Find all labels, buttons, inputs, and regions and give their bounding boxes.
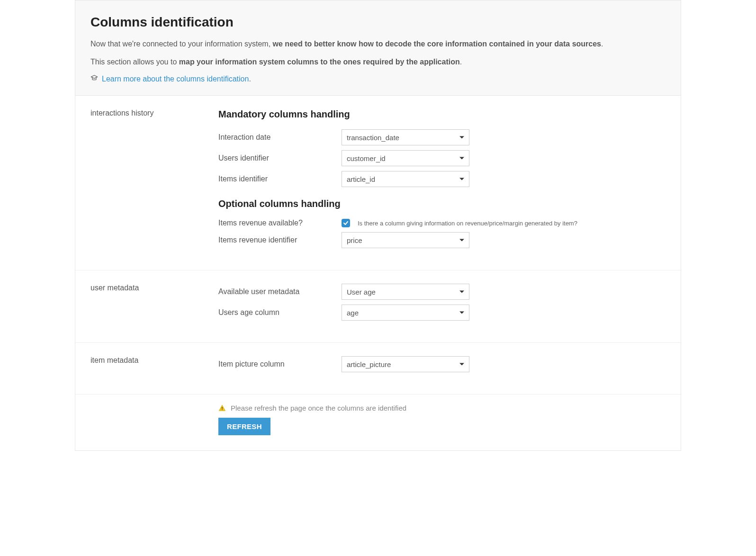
select-revenue-identifier[interactable]: price: [342, 232, 469, 248]
intro-paragraph-1: Now that we're connected to your informa…: [90, 38, 666, 50]
label-item-picture-column: Item picture column: [218, 360, 342, 368]
education-icon: [90, 74, 98, 84]
section-interactions-history: interactions history Mandatory columns h…: [75, 96, 681, 270]
label-users-age-column: Users age column: [218, 308, 342, 317]
section-label-item-metadata: item metadata: [90, 356, 218, 377]
intro-2-end: .: [460, 58, 462, 66]
chevron-down-icon: [459, 157, 464, 160]
checkbox-revenue-available[interactable]: [342, 219, 350, 227]
select-interaction-date[interactable]: transaction_date: [342, 129, 469, 145]
intro-1-bold: we need to better know how to decode the…: [273, 40, 601, 48]
refresh-button[interactable]: Refresh: [218, 418, 270, 435]
section-label-interactions: interactions history: [90, 109, 218, 253]
select-item-picture-column[interactable]: article_picture: [342, 356, 469, 372]
select-revenue-identifier-value: price: [347, 236, 362, 244]
row-users-age-column: Users age column age: [218, 305, 666, 321]
chevron-down-icon: [459, 312, 464, 314]
intro-1-end: .: [601, 40, 603, 48]
learn-more-end: .: [249, 75, 251, 83]
row-available-user-metadata: Available user metadata User age: [218, 284, 666, 300]
columns-identification-page: Columns identification Now that we're co…: [75, 0, 681, 451]
select-items-identifier-value: article_id: [347, 175, 375, 183]
select-available-user-metadata-value: User age: [347, 288, 376, 296]
label-interaction-date: Interaction date: [218, 133, 342, 142]
section-label-user-metadata: user metadata: [90, 284, 218, 325]
select-items-identifier[interactable]: article_id: [342, 171, 469, 187]
row-revenue-identifier: Items revenue identifier price: [218, 232, 666, 248]
chevron-down-icon: [459, 136, 464, 139]
chevron-down-icon: [459, 239, 464, 242]
row-interaction-date: Interaction date transaction_date: [218, 129, 666, 145]
select-users-identifier-value: customer_id: [347, 154, 386, 162]
mandatory-columns-heading: Mandatory columns handling: [218, 109, 666, 120]
select-item-picture-column-value: article_picture: [347, 360, 391, 368]
optional-columns-heading: Optional columns handling: [218, 198, 666, 209]
select-users-age-column[interactable]: age: [342, 305, 469, 321]
label-items-identifier: Items identifier: [218, 175, 342, 183]
label-users-identifier: Users identifier: [218, 154, 342, 162]
footer-section: Please refresh the page once the columns…: [75, 395, 681, 450]
learn-more-row: Learn more about the columns identificat…: [90, 74, 666, 84]
chevron-down-icon: [459, 363, 464, 366]
chevron-down-icon: [459, 178, 464, 180]
refresh-warning-text: Please refresh the page once the columns…: [231, 404, 406, 412]
label-revenue-available: Items revenue available?: [218, 219, 342, 227]
row-item-picture-column: Item picture column article_picture: [218, 356, 666, 372]
refresh-warning: Please refresh the page once the columns…: [218, 404, 666, 412]
warning-icon: [218, 404, 226, 412]
select-interaction-date-value: transaction_date: [347, 134, 399, 142]
page-title: Columns identification: [90, 15, 666, 30]
row-items-identifier: Items identifier article_id: [218, 171, 666, 187]
intro-1-text: Now that we're connected to your informa…: [90, 40, 273, 48]
label-available-user-metadata: Available user metadata: [218, 287, 342, 296]
section-user-metadata: user metadata Available user metadata Us…: [75, 270, 681, 343]
select-users-identifier[interactable]: customer_id: [342, 150, 469, 166]
check-icon: [343, 220, 349, 226]
row-users-identifier: Users identifier customer_id: [218, 150, 666, 166]
row-revenue-available: Items revenue available? Is there a colu…: [218, 219, 666, 227]
intro-2-text: This section allows you to: [90, 58, 179, 66]
page-header: Columns identification Now that we're co…: [75, 0, 681, 96]
select-users-age-column-value: age: [347, 309, 359, 317]
chevron-down-icon: [459, 291, 464, 293]
select-available-user-metadata[interactable]: User age: [342, 284, 469, 300]
help-revenue-available: Is there a column giving information on …: [358, 220, 577, 227]
learn-more-link[interactable]: Learn more about the columns identificat…: [102, 75, 249, 83]
intro-2-bold: map your information system columns to t…: [179, 58, 460, 66]
label-revenue-identifier: Items revenue identifier: [218, 236, 342, 244]
intro-paragraph-2: This section allows you to map your info…: [90, 56, 666, 68]
section-item-metadata: item metadata Item picture column articl…: [75, 343, 681, 395]
svg-rect-1: [222, 409, 222, 410]
svg-rect-0: [222, 407, 222, 409]
